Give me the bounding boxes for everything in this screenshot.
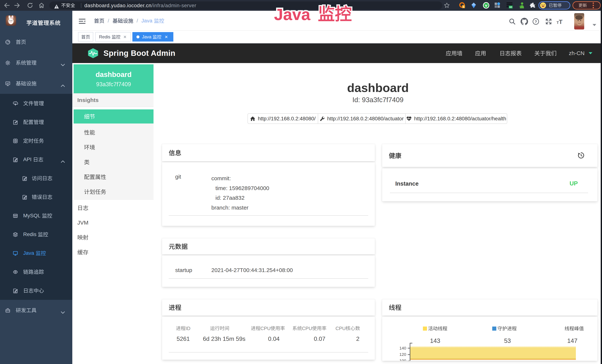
svg-text:Java: Java [274,5,311,23]
svg-text:on: on [509,6,512,8]
svg-text:1: 1 [463,5,464,8]
svg-text:?: ? [535,20,537,24]
